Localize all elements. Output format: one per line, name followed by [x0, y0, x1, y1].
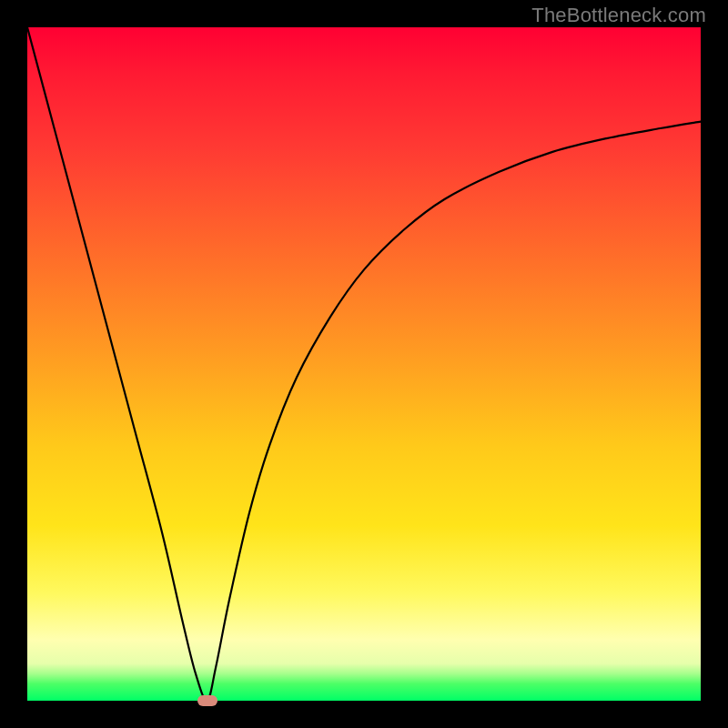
optimal-point-marker [197, 695, 217, 706]
watermark-text: TheBottleneck.com [531, 4, 706, 27]
plot-area [27, 27, 701, 701]
chart-frame: TheBottleneck.com [0, 0, 728, 728]
bottleneck-curve [27, 27, 701, 701]
